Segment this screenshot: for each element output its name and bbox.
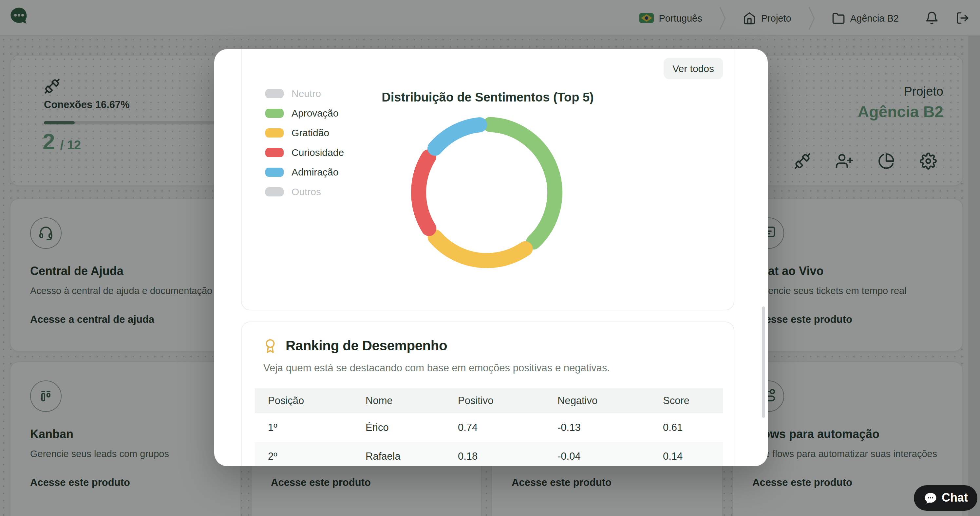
chat-bubble-icon xyxy=(923,491,937,505)
legend-item-curiosidade[interactable]: Curiosidade xyxy=(265,147,344,158)
table-row: 1º Érico 0.74 -0.13 0.61 xyxy=(255,413,723,442)
column-header: Negativo xyxy=(544,395,650,406)
chart-legend: Neutro Aprovação Gratidão Curiosidade xyxy=(265,88,344,197)
legend-label: Aprovação xyxy=(291,107,338,119)
ranking-table: Posição Nome Positivo Negativo Score 1º … xyxy=(255,388,723,466)
legend-label: Outros xyxy=(291,186,321,197)
cell-position: 1º xyxy=(255,422,352,433)
ranking-title: Ranking de Desempenho xyxy=(286,338,447,354)
legend-label: Curiosidade xyxy=(291,147,344,158)
cell-negative: -0.13 xyxy=(544,422,650,433)
ranking-subtitle: Veja quem está se destacando com base em… xyxy=(263,362,721,374)
see-all-button[interactable]: Ver todos xyxy=(663,58,723,79)
cell-position: 2º xyxy=(255,451,352,462)
cell-score: 0.14 xyxy=(650,451,723,462)
legend-swatch xyxy=(265,128,284,137)
table-header-row: Posição Nome Positivo Negativo Score xyxy=(255,388,723,413)
legend-swatch xyxy=(265,187,284,196)
cell-score: 0.61 xyxy=(650,422,723,433)
donut-segment-Gratidão[interactable] xyxy=(435,237,525,260)
modal-scroll-area: Ver todos Distribuição de Sentimentos (T… xyxy=(214,49,768,466)
cell-positive: 0.18 xyxy=(445,451,544,462)
sentiment-donut-chart[interactable] xyxy=(408,114,565,271)
legend-item-aprovacao[interactable]: Aprovação xyxy=(265,107,344,119)
modal-scrollbar-thumb[interactable] xyxy=(762,306,765,418)
cell-name: Rafaela xyxy=(352,451,445,462)
donut-segment-Curiosidade[interactable] xyxy=(418,157,429,229)
column-header: Nome xyxy=(352,395,445,406)
donut-segment-Aprovação[interactable] xyxy=(490,124,555,242)
column-header: Positivo xyxy=(445,395,544,406)
legend-label: Gratidão xyxy=(291,127,329,138)
donut-segment-Admiração[interactable] xyxy=(435,125,479,148)
chat-widget-button[interactable]: Chat xyxy=(914,485,977,511)
legend-label: Admiração xyxy=(291,166,338,178)
legend-swatch xyxy=(265,89,284,98)
table-row: 2º Rafaela 0.18 -0.04 0.14 xyxy=(255,442,723,466)
legend-swatch xyxy=(265,148,284,157)
cell-positive: 0.74 xyxy=(445,422,544,433)
chat-button-label: Chat xyxy=(942,491,968,505)
legend-swatch xyxy=(265,167,284,176)
column-header: Posição xyxy=(255,395,352,406)
medal-award-icon xyxy=(262,338,278,353)
cell-negative: -0.04 xyxy=(544,451,650,462)
screen: Português Projeto xyxy=(0,0,980,516)
legend-item-outros[interactable]: Outros xyxy=(265,186,344,197)
ranking-card: Ranking de Desempenho Veja quem está se … xyxy=(241,322,734,466)
legend-item-neutro[interactable]: Neutro xyxy=(265,88,344,99)
column-header: Score xyxy=(650,395,723,406)
cell-name: Érico xyxy=(352,422,445,433)
legend-item-admiracao[interactable]: Admiração xyxy=(265,166,344,178)
sentiment-chart-card: Ver todos Distribuição de Sentimentos (T… xyxy=(241,49,734,310)
ranking-header: Ranking de Desempenho xyxy=(262,338,721,354)
legend-label: Neutro xyxy=(291,88,321,99)
legend-swatch xyxy=(265,108,284,117)
legend-item-gratidao[interactable]: Gratidão xyxy=(265,127,344,138)
analytics-modal: Ver todos Distribuição de Sentimentos (T… xyxy=(214,49,768,466)
